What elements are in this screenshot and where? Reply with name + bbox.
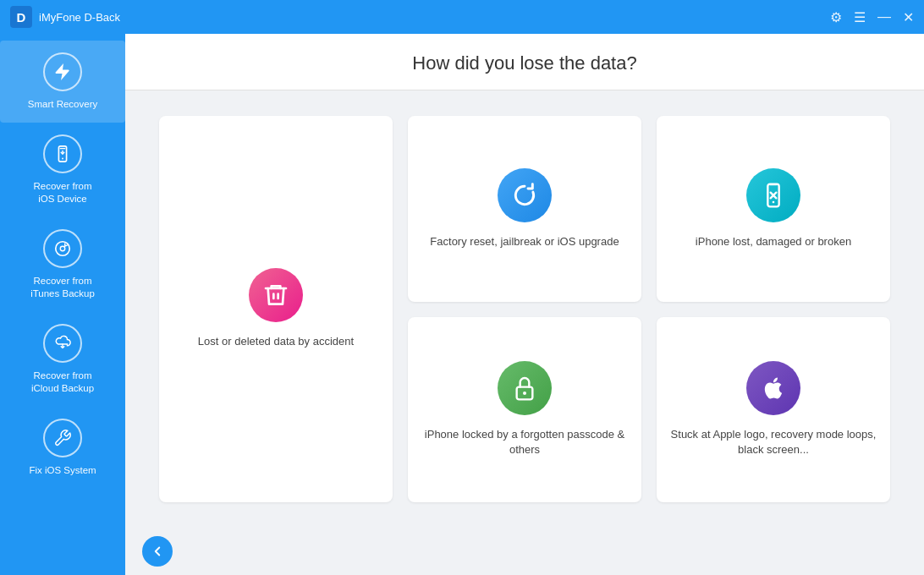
sidebar-label-smart-recovery: Smart Recovery [28,98,97,111]
card-label-factory-reset: Factory reset, jailbreak or iOS upgrade [430,234,619,249]
content-body: Lost or deleted data by accident Factory… [125,90,924,528]
svg-point-2 [56,242,70,256]
bottom-bar [125,528,924,575]
app-title: iMyFone D-Back [39,11,120,24]
card-stuck-apple[interactable]: Stuck at Apple logo, recovery mode loops… [657,317,890,503]
iphone-lost-icon [746,168,800,222]
card-label-lost-deleted: Lost or deleted data by accident [198,334,354,349]
svg-point-5 [773,200,775,203]
svg-point-7 [523,392,526,395]
sidebar-item-recover-itunes[interactable]: Recover fromiTunes Backup [0,217,125,312]
minimize-icon[interactable]: — [877,9,891,25]
sidebar-label-fix-ios: Fix iOS System [29,464,96,477]
sidebar-item-recover-icloud[interactable]: Recover fromiCloud Backup [0,312,125,407]
sidebar: Smart Recovery Recover fromiOS Device [0,34,125,575]
stuck-apple-icon [746,361,800,415]
recover-itunes-icon [43,229,82,268]
title-bar-left: D iMyFone D-Back [10,6,120,28]
main-layout: Smart Recovery Recover fromiOS Device [0,34,924,575]
page-title: How did you lose the data? [125,52,924,74]
factory-reset-icon [498,168,552,222]
sidebar-item-smart-recovery[interactable]: Smart Recovery [0,41,125,123]
recover-ios-icon [43,134,82,173]
settings-icon[interactable]: ⚙ [830,9,842,25]
card-label-iphone-lost: iPhone lost, damaged or broken [696,234,851,249]
svg-point-1 [62,158,63,160]
back-button[interactable] [142,536,173,567]
sidebar-item-fix-ios[interactable]: Fix iOS System [0,407,125,489]
lost-deleted-icon [249,268,303,322]
card-iphone-lost[interactable]: iPhone lost, damaged or broken [657,116,890,302]
app-icon: D [10,6,32,28]
title-bar: D iMyFone D-Back ⚙ ☰ — ✕ [0,0,924,34]
content-area: How did you lose the data? Lost or delet… [125,34,924,575]
recover-icloud-icon [43,324,82,363]
iphone-locked-icon [498,361,552,415]
menu-icon[interactable]: ☰ [854,9,866,25]
sidebar-label-recover-ios: Recover fromiOS Device [33,180,91,205]
cards-grid: Lost or deleted data by accident Factory… [159,116,890,502]
fix-ios-icon [43,419,82,457]
card-label-stuck-apple: Stuck at Apple logo, recovery mode loops… [670,427,877,457]
sidebar-item-recover-ios[interactable]: Recover fromiOS Device [0,123,125,217]
card-factory-reset[interactable]: Factory reset, jailbreak or iOS upgrade [408,116,641,302]
close-icon[interactable]: ✕ [903,9,914,25]
card-label-iphone-locked: iPhone locked by a forgotten passcode & … [421,427,628,457]
sidebar-label-recover-itunes: Recover fromiTunes Backup [30,275,95,300]
smart-recovery-icon [43,52,82,91]
card-iphone-locked[interactable]: iPhone locked by a forgotten passcode & … [408,317,641,503]
svg-point-3 [60,246,65,251]
card-lost-deleted[interactable]: Lost or deleted data by accident [159,116,393,502]
sidebar-label-recover-icloud: Recover fromiCloud Backup [31,370,94,395]
content-header: How did you lose the data? [125,34,924,90]
window-controls: ⚙ ☰ — ✕ [830,9,914,25]
